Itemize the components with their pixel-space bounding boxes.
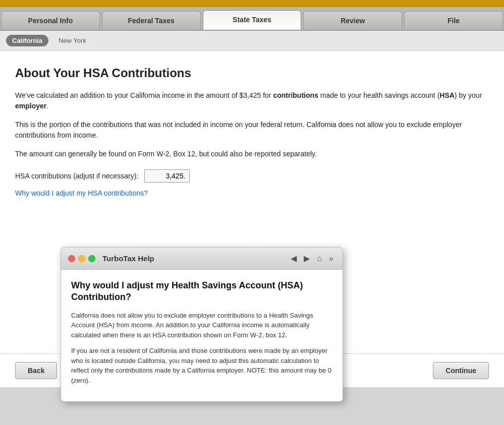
help-body-para2: If you are not a resident of California … bbox=[71, 346, 332, 385]
help-titlebar: TurboTax Help ◀ ▶ ⌂ » bbox=[61, 248, 343, 270]
help-popup-title: TurboTax Help bbox=[102, 254, 284, 263]
tab-federal-taxes[interactable]: Federal Taxes bbox=[102, 11, 201, 30]
tab-state-taxes[interactable]: State Taxes bbox=[203, 10, 302, 30]
hsa-label: HSA contributions (adjust if necessary): bbox=[15, 172, 138, 180]
help-nav-back[interactable]: ◀ bbox=[289, 253, 299, 264]
paragraph-2: This is the portion of the contributions… bbox=[15, 119, 484, 141]
para1-bold-contributions: contributions bbox=[273, 91, 318, 99]
help-body-para1: California does not allow you to exclude… bbox=[71, 311, 332, 340]
help-nav-buttons: ◀ ▶ ⌂ » bbox=[289, 253, 335, 264]
help-body-title: Why would I adjust my Health Savings Acc… bbox=[71, 280, 332, 303]
traffic-lights bbox=[68, 255, 95, 262]
back-button[interactable]: Back bbox=[15, 362, 57, 379]
help-nav-forward[interactable]: ▶ bbox=[302, 253, 312, 264]
state-tabs: California New York bbox=[0, 31, 504, 51]
paragraph-3: The amount can generally be found on For… bbox=[15, 149, 484, 159]
maximize-button-icon[interactable] bbox=[88, 255, 95, 262]
help-popup: TurboTax Help ◀ ▶ ⌂ » Why would I adjust… bbox=[61, 247, 343, 402]
minimize-button-icon[interactable] bbox=[78, 255, 85, 262]
continue-button[interactable]: Continue bbox=[433, 362, 489, 379]
hsa-row: HSA contributions (adjust if necessary): bbox=[15, 169, 484, 183]
para1-bold-hsa: HSA bbox=[439, 91, 455, 99]
nav-tabs: Personal Info Federal Taxes State Taxes … bbox=[0, 7, 504, 31]
tab-review[interactable]: Review bbox=[303, 11, 402, 30]
paragraph-1: We've calculated an addition to your Cal… bbox=[15, 90, 484, 111]
tab-personal-info[interactable]: Personal Info bbox=[1, 11, 100, 30]
hsa-input[interactable] bbox=[144, 169, 190, 183]
para1-text-a: We've calculated an addition to your Cal… bbox=[15, 91, 273, 99]
help-nav-home[interactable]: ⌂ bbox=[315, 253, 324, 264]
page-title: About Your HSA Contributions bbox=[15, 66, 484, 80]
help-body: Why would I adjust my Health Savings Acc… bbox=[61, 270, 343, 401]
para1-text-c: ) by your bbox=[455, 91, 482, 99]
state-tab-california[interactable]: California bbox=[6, 35, 48, 46]
tab-file[interactable]: File bbox=[404, 11, 503, 30]
close-button-icon[interactable] bbox=[68, 255, 75, 262]
para1-bold-employer: employer bbox=[15, 102, 46, 110]
state-tab-new-york[interactable]: New York bbox=[52, 35, 92, 46]
para1-text-d: . bbox=[46, 102, 48, 110]
help-nav-forward-forward[interactable]: » bbox=[327, 253, 335, 264]
hsa-help-link[interactable]: Why would I adjust my HSA contributions? bbox=[15, 189, 148, 197]
para1-text-b: made to your health savings account ( bbox=[318, 91, 439, 99]
top-bar bbox=[0, 0, 504, 7]
